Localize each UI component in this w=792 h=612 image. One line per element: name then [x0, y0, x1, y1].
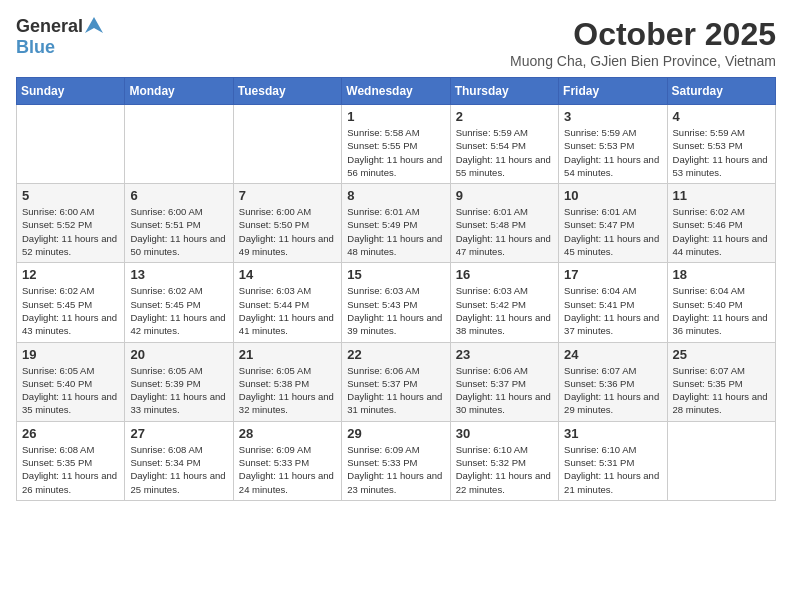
day-number: 6	[130, 188, 227, 203]
calendar-day-cell: 23Sunrise: 6:06 AM Sunset: 5:37 PM Dayli…	[450, 342, 558, 421]
day-number: 22	[347, 347, 444, 362]
day-number: 29	[347, 426, 444, 441]
calendar-day-header: Monday	[125, 78, 233, 105]
day-info: Sunrise: 6:00 AM Sunset: 5:52 PM Dayligh…	[22, 205, 119, 258]
day-number: 21	[239, 347, 336, 362]
day-number: 31	[564, 426, 661, 441]
calendar-day-cell: 10Sunrise: 6:01 AM Sunset: 5:47 PM Dayli…	[559, 184, 667, 263]
title-section: October 2025 Muong Cha, GJien Bien Provi…	[510, 16, 776, 69]
day-number: 17	[564, 267, 661, 282]
day-info: Sunrise: 6:08 AM Sunset: 5:35 PM Dayligh…	[22, 443, 119, 496]
day-info: Sunrise: 6:02 AM Sunset: 5:45 PM Dayligh…	[22, 284, 119, 337]
calendar-week-row: 12Sunrise: 6:02 AM Sunset: 5:45 PM Dayli…	[17, 263, 776, 342]
day-info: Sunrise: 5:59 AM Sunset: 5:53 PM Dayligh…	[673, 126, 770, 179]
day-number: 16	[456, 267, 553, 282]
day-info: Sunrise: 5:58 AM Sunset: 5:55 PM Dayligh…	[347, 126, 444, 179]
calendar-day-cell: 1Sunrise: 5:58 AM Sunset: 5:55 PM Daylig…	[342, 105, 450, 184]
day-info: Sunrise: 6:09 AM Sunset: 5:33 PM Dayligh…	[239, 443, 336, 496]
calendar-day-header: Thursday	[450, 78, 558, 105]
day-number: 19	[22, 347, 119, 362]
calendar-week-row: 19Sunrise: 6:05 AM Sunset: 5:40 PM Dayli…	[17, 342, 776, 421]
calendar-day-cell: 8Sunrise: 6:01 AM Sunset: 5:49 PM Daylig…	[342, 184, 450, 263]
calendar-day-cell: 20Sunrise: 6:05 AM Sunset: 5:39 PM Dayli…	[125, 342, 233, 421]
page-header: General Blue October 2025 Muong Cha, GJi…	[16, 16, 776, 69]
day-info: Sunrise: 6:10 AM Sunset: 5:32 PM Dayligh…	[456, 443, 553, 496]
calendar-day-cell: 17Sunrise: 6:04 AM Sunset: 5:41 PM Dayli…	[559, 263, 667, 342]
calendar-day-cell: 9Sunrise: 6:01 AM Sunset: 5:48 PM Daylig…	[450, 184, 558, 263]
day-info: Sunrise: 6:08 AM Sunset: 5:34 PM Dayligh…	[130, 443, 227, 496]
day-info: Sunrise: 6:01 AM Sunset: 5:47 PM Dayligh…	[564, 205, 661, 258]
day-info: Sunrise: 5:59 AM Sunset: 5:54 PM Dayligh…	[456, 126, 553, 179]
day-info: Sunrise: 6:06 AM Sunset: 5:37 PM Dayligh…	[347, 364, 444, 417]
day-number: 25	[673, 347, 770, 362]
calendar-day-cell	[233, 105, 341, 184]
calendar-day-cell: 28Sunrise: 6:09 AM Sunset: 5:33 PM Dayli…	[233, 421, 341, 500]
day-number: 4	[673, 109, 770, 124]
calendar-header-row: SundayMondayTuesdayWednesdayThursdayFrid…	[17, 78, 776, 105]
day-info: Sunrise: 6:04 AM Sunset: 5:40 PM Dayligh…	[673, 284, 770, 337]
day-number: 18	[673, 267, 770, 282]
day-info: Sunrise: 6:07 AM Sunset: 5:35 PM Dayligh…	[673, 364, 770, 417]
day-info: Sunrise: 6:05 AM Sunset: 5:40 PM Dayligh…	[22, 364, 119, 417]
day-info: Sunrise: 6:01 AM Sunset: 5:48 PM Dayligh…	[456, 205, 553, 258]
calendar-day-cell: 2Sunrise: 5:59 AM Sunset: 5:54 PM Daylig…	[450, 105, 558, 184]
day-info: Sunrise: 6:10 AM Sunset: 5:31 PM Dayligh…	[564, 443, 661, 496]
calendar-day-cell: 30Sunrise: 6:10 AM Sunset: 5:32 PM Dayli…	[450, 421, 558, 500]
calendar-day-cell: 7Sunrise: 6:00 AM Sunset: 5:50 PM Daylig…	[233, 184, 341, 263]
day-info: Sunrise: 6:00 AM Sunset: 5:51 PM Dayligh…	[130, 205, 227, 258]
day-info: Sunrise: 6:06 AM Sunset: 5:37 PM Dayligh…	[456, 364, 553, 417]
calendar-day-cell: 14Sunrise: 6:03 AM Sunset: 5:44 PM Dayli…	[233, 263, 341, 342]
day-number: 12	[22, 267, 119, 282]
location-subtitle: Muong Cha, GJien Bien Province, Vietnam	[510, 53, 776, 69]
calendar-day-header: Wednesday	[342, 78, 450, 105]
day-number: 3	[564, 109, 661, 124]
day-number: 30	[456, 426, 553, 441]
calendar-day-cell: 22Sunrise: 6:06 AM Sunset: 5:37 PM Dayli…	[342, 342, 450, 421]
calendar-day-cell: 31Sunrise: 6:10 AM Sunset: 5:31 PM Dayli…	[559, 421, 667, 500]
calendar-day-cell: 26Sunrise: 6:08 AM Sunset: 5:35 PM Dayli…	[17, 421, 125, 500]
day-info: Sunrise: 6:00 AM Sunset: 5:50 PM Dayligh…	[239, 205, 336, 258]
calendar-day-cell: 12Sunrise: 6:02 AM Sunset: 5:45 PM Dayli…	[17, 263, 125, 342]
day-number: 15	[347, 267, 444, 282]
day-info: Sunrise: 6:05 AM Sunset: 5:39 PM Dayligh…	[130, 364, 227, 417]
day-number: 24	[564, 347, 661, 362]
day-number: 2	[456, 109, 553, 124]
day-info: Sunrise: 6:09 AM Sunset: 5:33 PM Dayligh…	[347, 443, 444, 496]
day-info: Sunrise: 5:59 AM Sunset: 5:53 PM Dayligh…	[564, 126, 661, 179]
calendar-day-cell: 4Sunrise: 5:59 AM Sunset: 5:53 PM Daylig…	[667, 105, 775, 184]
day-number: 28	[239, 426, 336, 441]
calendar-day-cell	[125, 105, 233, 184]
calendar-day-cell: 15Sunrise: 6:03 AM Sunset: 5:43 PM Dayli…	[342, 263, 450, 342]
day-number: 13	[130, 267, 227, 282]
calendar-day-cell: 27Sunrise: 6:08 AM Sunset: 5:34 PM Dayli…	[125, 421, 233, 500]
calendar-day-header: Friday	[559, 78, 667, 105]
day-number: 1	[347, 109, 444, 124]
calendar-day-cell: 11Sunrise: 6:02 AM Sunset: 5:46 PM Dayli…	[667, 184, 775, 263]
calendar-day-cell: 16Sunrise: 6:03 AM Sunset: 5:42 PM Dayli…	[450, 263, 558, 342]
day-info: Sunrise: 6:07 AM Sunset: 5:36 PM Dayligh…	[564, 364, 661, 417]
calendar-day-header: Saturday	[667, 78, 775, 105]
day-number: 7	[239, 188, 336, 203]
calendar-day-cell: 19Sunrise: 6:05 AM Sunset: 5:40 PM Dayli…	[17, 342, 125, 421]
calendar-day-cell: 13Sunrise: 6:02 AM Sunset: 5:45 PM Dayli…	[125, 263, 233, 342]
day-info: Sunrise: 6:03 AM Sunset: 5:43 PM Dayligh…	[347, 284, 444, 337]
day-number: 23	[456, 347, 553, 362]
day-number: 10	[564, 188, 661, 203]
day-info: Sunrise: 6:01 AM Sunset: 5:49 PM Dayligh…	[347, 205, 444, 258]
logo-bird-icon	[85, 17, 103, 33]
logo-general-text: General	[16, 16, 83, 37]
day-number: 8	[347, 188, 444, 203]
day-info: Sunrise: 6:05 AM Sunset: 5:38 PM Dayligh…	[239, 364, 336, 417]
day-number: 26	[22, 426, 119, 441]
calendar-day-cell: 21Sunrise: 6:05 AM Sunset: 5:38 PM Dayli…	[233, 342, 341, 421]
day-number: 5	[22, 188, 119, 203]
calendar-day-header: Tuesday	[233, 78, 341, 105]
logo-blue-text: Blue	[16, 37, 55, 57]
day-info: Sunrise: 6:02 AM Sunset: 5:46 PM Dayligh…	[673, 205, 770, 258]
calendar-table: SundayMondayTuesdayWednesdayThursdayFrid…	[16, 77, 776, 501]
svg-marker-0	[85, 17, 103, 33]
logo: General Blue	[16, 16, 103, 58]
calendar-day-cell	[667, 421, 775, 500]
day-number: 20	[130, 347, 227, 362]
month-title: October 2025	[510, 16, 776, 53]
